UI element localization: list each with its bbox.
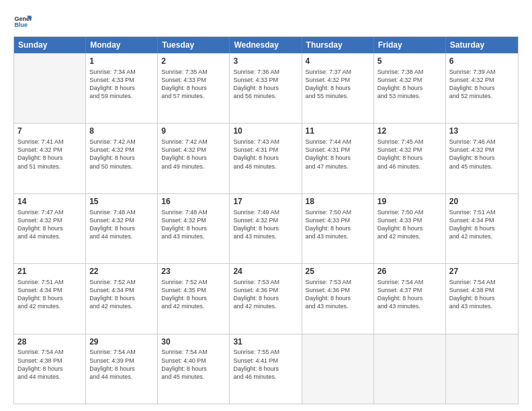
cell-info-line: Sunrise: 7:36 AM bbox=[233, 68, 298, 76]
cell-info-line: Sunset: 4:32 PM bbox=[89, 216, 154, 224]
cell-info-line: and 46 minutes. bbox=[378, 163, 442, 171]
cell-info-line: Sunrise: 7:54 AM bbox=[449, 278, 515, 286]
calendar-cell bbox=[446, 334, 518, 404]
cell-info-line: and 49 minutes. bbox=[161, 163, 226, 171]
logo: General Blue bbox=[13, 12, 32, 31]
day-number: 26 bbox=[378, 266, 442, 277]
calendar-cell: 27Sunrise: 7:54 AMSunset: 4:38 PMDayligh… bbox=[446, 264, 518, 333]
day-number: 11 bbox=[306, 126, 370, 137]
cell-info-line: Sunset: 4:31 PM bbox=[306, 146, 370, 154]
day-number: 9 bbox=[161, 126, 226, 137]
calendar-cell: 29Sunrise: 7:54 AMSunset: 4:39 PMDayligh… bbox=[86, 334, 158, 404]
day-number: 19 bbox=[378, 196, 442, 208]
cell-info-line: Sunset: 4:32 PM bbox=[378, 76, 442, 84]
calendar: SundayMondayTuesdayWednesdayThursdayFrid… bbox=[13, 36, 519, 404]
cell-info-line: Sunset: 4:33 PM bbox=[89, 76, 154, 84]
cell-info-line: Sunset: 4:33 PM bbox=[233, 76, 298, 84]
cell-info-line: Daylight: 8 hours bbox=[233, 294, 298, 302]
cell-info-line: and 42 minutes. bbox=[233, 302, 298, 310]
day-number: 18 bbox=[306, 196, 370, 208]
cell-info-line: Daylight: 8 hours bbox=[306, 294, 370, 302]
cell-info-line: Daylight: 8 hours bbox=[378, 224, 442, 232]
top-section: General Blue bbox=[13, 12, 519, 31]
day-number: 7 bbox=[17, 126, 82, 137]
cell-info-line: Daylight: 8 hours bbox=[378, 154, 442, 162]
cell-info-line: Sunset: 4:40 PM bbox=[161, 357, 226, 365]
cell-info-line: and 44 minutes. bbox=[89, 373, 154, 381]
cell-info-line: Sunrise: 7:54 AM bbox=[17, 348, 82, 356]
header-day: Friday bbox=[374, 37, 446, 53]
cell-info-line: Daylight: 8 hours bbox=[161, 84, 226, 92]
day-number: 20 bbox=[449, 196, 515, 208]
day-number: 3 bbox=[233, 56, 298, 67]
cell-info-line: Sunset: 4:35 PM bbox=[161, 286, 226, 294]
cell-info-line: Daylight: 8 hours bbox=[306, 154, 370, 162]
cell-info-line: and 52 minutes. bbox=[449, 92, 515, 100]
cell-info-line: Sunrise: 7:48 AM bbox=[161, 208, 226, 216]
svg-text:Blue: Blue bbox=[14, 21, 28, 28]
cell-info-line: Sunset: 4:32 PM bbox=[161, 146, 226, 154]
calendar-cell: 28Sunrise: 7:54 AMSunset: 4:38 PMDayligh… bbox=[14, 334, 86, 404]
cell-info-line: and 45 minutes. bbox=[449, 163, 515, 171]
cell-info-line: Sunset: 4:32 PM bbox=[17, 216, 82, 224]
calendar-cell: 16Sunrise: 7:48 AMSunset: 4:32 PMDayligh… bbox=[158, 194, 230, 263]
cell-info-line: Sunset: 4:34 PM bbox=[449, 216, 515, 224]
cell-info-line: Sunset: 4:33 PM bbox=[378, 216, 442, 224]
cell-info-line: and 47 minutes. bbox=[306, 163, 370, 171]
calendar-cell: 2Sunrise: 7:35 AMSunset: 4:33 PMDaylight… bbox=[158, 54, 230, 123]
calendar-cell: 5Sunrise: 7:38 AMSunset: 4:32 PMDaylight… bbox=[374, 54, 446, 123]
cell-info-line: Daylight: 8 hours bbox=[233, 224, 298, 232]
calendar-cell bbox=[374, 334, 446, 404]
cell-info-line: Sunset: 4:38 PM bbox=[449, 286, 515, 294]
day-number: 1 bbox=[89, 56, 154, 67]
calendar-row: 21Sunrise: 7:51 AMSunset: 4:34 PMDayligh… bbox=[14, 263, 518, 333]
cell-info-line: Daylight: 8 hours bbox=[449, 154, 515, 162]
cell-info-line: Daylight: 8 hours bbox=[378, 84, 442, 92]
day-number: 24 bbox=[233, 266, 298, 277]
cell-info-line: Sunset: 4:32 PM bbox=[306, 76, 370, 84]
calendar-cell: 14Sunrise: 7:47 AMSunset: 4:32 PMDayligh… bbox=[14, 194, 86, 263]
calendar-cell: 18Sunrise: 7:50 AMSunset: 4:33 PMDayligh… bbox=[302, 194, 374, 263]
day-number: 2 bbox=[161, 56, 226, 67]
day-number: 25 bbox=[306, 266, 370, 277]
cell-info-line: Sunset: 4:36 PM bbox=[306, 286, 370, 294]
calendar-cell: 21Sunrise: 7:51 AMSunset: 4:34 PMDayligh… bbox=[14, 264, 86, 333]
calendar-cell: 8Sunrise: 7:42 AMSunset: 4:32 PMDaylight… bbox=[86, 124, 158, 193]
calendar-cell: 9Sunrise: 7:42 AMSunset: 4:32 PMDaylight… bbox=[158, 124, 230, 193]
cell-info-line: Sunrise: 7:54 AM bbox=[378, 278, 442, 286]
cell-info-line: Daylight: 8 hours bbox=[161, 365, 226, 373]
cell-info-line: Sunset: 4:32 PM bbox=[378, 146, 442, 154]
cell-info-line: Daylight: 8 hours bbox=[233, 84, 298, 92]
cell-info-line: Sunset: 4:33 PM bbox=[161, 76, 226, 84]
cell-info-line: Sunrise: 7:45 AM bbox=[378, 138, 442, 146]
cell-info-line: Sunrise: 7:55 AM bbox=[233, 348, 298, 356]
calendar-cell: 15Sunrise: 7:48 AMSunset: 4:32 PMDayligh… bbox=[86, 194, 158, 263]
cell-info-line: and 43 minutes. bbox=[449, 302, 515, 310]
calendar-header: SundayMondayTuesdayWednesdayThursdayFrid… bbox=[14, 37, 518, 53]
header-day: Wednesday bbox=[230, 37, 302, 53]
cell-info-line: Daylight: 8 hours bbox=[17, 154, 82, 162]
calendar-cell: 11Sunrise: 7:44 AMSunset: 4:31 PMDayligh… bbox=[302, 124, 374, 193]
cell-info-line: Sunset: 4:38 PM bbox=[17, 357, 82, 365]
calendar-cell: 17Sunrise: 7:49 AMSunset: 4:32 PMDayligh… bbox=[230, 194, 302, 263]
day-number: 13 bbox=[449, 126, 515, 137]
calendar-cell: 30Sunrise: 7:54 AMSunset: 4:40 PMDayligh… bbox=[158, 334, 230, 404]
calendar-cell: 6Sunrise: 7:39 AMSunset: 4:32 PMDaylight… bbox=[446, 54, 518, 123]
cell-info-line: and 51 minutes. bbox=[17, 163, 82, 171]
cell-info-line: and 59 minutes. bbox=[89, 92, 154, 100]
cell-info-line: Daylight: 8 hours bbox=[449, 224, 515, 232]
page: General Blue SundayMondayTuesdayWednesda… bbox=[0, 0, 532, 411]
cell-info-line: Daylight: 8 hours bbox=[306, 224, 370, 232]
cell-info-line: and 44 minutes. bbox=[89, 232, 154, 240]
cell-info-line: Daylight: 8 hours bbox=[306, 84, 370, 92]
day-number: 21 bbox=[17, 266, 82, 277]
cell-info-line: and 42 minutes. bbox=[17, 302, 82, 310]
cell-info-line: Sunrise: 7:53 AM bbox=[233, 278, 298, 286]
cell-info-line: and 42 minutes. bbox=[378, 232, 442, 240]
cell-info-line: and 48 minutes. bbox=[233, 163, 298, 171]
cell-info-line: Sunrise: 7:48 AM bbox=[89, 208, 154, 216]
calendar-cell: 25Sunrise: 7:53 AMSunset: 4:36 PMDayligh… bbox=[302, 264, 374, 333]
day-number: 4 bbox=[306, 56, 370, 67]
calendar-cell: 1Sunrise: 7:34 AMSunset: 4:33 PMDaylight… bbox=[86, 54, 158, 123]
cell-info-line: Daylight: 8 hours bbox=[89, 224, 154, 232]
